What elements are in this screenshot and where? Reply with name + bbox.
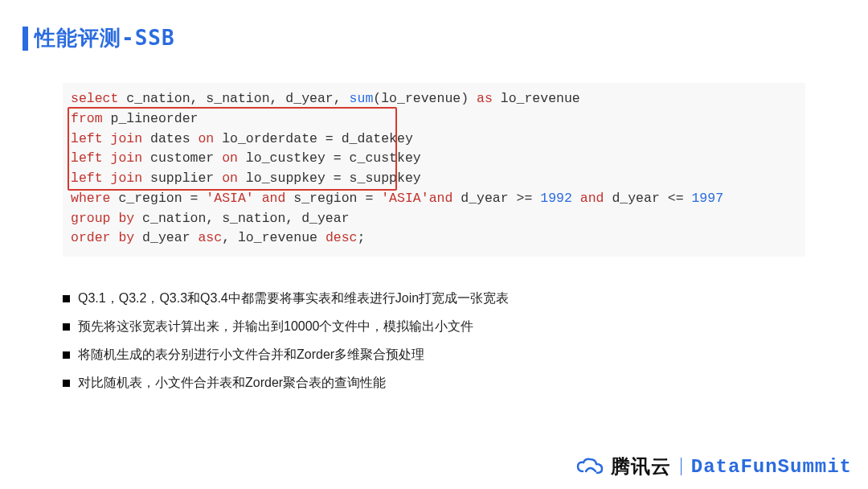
code-line: left join supplier on lo_suppkey = s_sup… [71, 169, 797, 189]
bullet-marker [63, 351, 70, 359]
code-line: order by d_year asc, lo_revenue desc; [71, 228, 797, 249]
bullet-text: Q3.1，Q3.2，Q3.3和Q3.4中都需要将事实表和维表进行Join打宽成一… [78, 290, 509, 307]
code-line: select c_nation, s_nation, d_year, sum(l… [71, 89, 797, 109]
bullet-item: 对比随机表，小文件合并表和Zorder聚合表的查询性能 [63, 375, 805, 392]
sql-code-block: select c_nation, s_nation, d_year, sum(l… [63, 83, 805, 257]
slide-title-bar: 性能评测-SSB [0, 0, 868, 60]
bullet-text: 对比随机表，小文件合并表和Zorder聚合表的查询性能 [78, 375, 386, 392]
footer: 腾讯云 DataFunSummit [575, 454, 852, 479]
bullet-marker [63, 380, 70, 387]
title-marker [23, 27, 28, 51]
code-line: left join dates on lo_orderdate = d_date… [71, 129, 797, 150]
bullet-item: Q3.1，Q3.2，Q3.3和Q3.4中都需要将事实表和维表进行Join打宽成一… [63, 290, 805, 307]
footer-divider [681, 458, 682, 475]
bullet-marker [63, 295, 70, 302]
bullet-item: 将随机生成的表分别进行小文件合并和Zorder多维聚合预处理 [63, 347, 805, 364]
bullet-list: Q3.1，Q3.2，Q3.3和Q3.4中都需要将事实表和维表进行Join打宽成一… [63, 290, 805, 392]
code-line: left join customer on lo_custkey = c_cus… [71, 149, 797, 169]
datafun-label: DataFunSummit [691, 456, 852, 478]
code-line: from p_lineorder [71, 109, 797, 129]
code-line: where c_region = 'ASIA' and s_region = '… [71, 189, 797, 209]
slide-title: 性能评测-SSB [35, 24, 175, 52]
bullet-text: 将随机生成的表分别进行小文件合并和Zorder多维聚合预处理 [78, 347, 424, 364]
tencent-cloud-icon [575, 457, 604, 476]
bullet-item: 预先将这张宽表计算出来，并输出到10000个文件中，模拟输出小文件 [63, 318, 805, 335]
bullet-marker [63, 323, 70, 331]
tencent-cloud-label: 腾讯云 [611, 454, 671, 479]
code-line: group by c_nation, s_nation, d_year [71, 209, 797, 229]
bullet-text: 预先将这张宽表计算出来，并输出到10000个文件中，模拟输出小文件 [78, 318, 474, 335]
